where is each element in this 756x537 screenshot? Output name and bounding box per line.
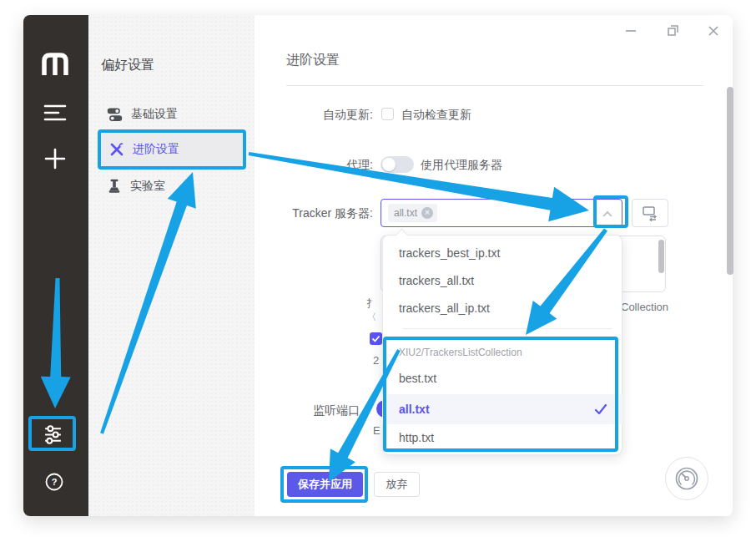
tracker-label: Tracker 服务器:	[223, 205, 373, 220]
add-task-icon[interactable]	[43, 147, 67, 170]
dropdown-group-label: XIU2/TrackersListCollection	[399, 347, 607, 358]
preferences-icon[interactable]	[43, 424, 63, 445]
tag-close-icon[interactable]	[421, 207, 433, 219]
sidebar-item-label: 进阶设置	[133, 142, 179, 157]
collection-link-fragment: Collection	[621, 301, 668, 313]
save-apply-button[interactable]: 保存并应用	[287, 472, 363, 497]
preferences-sidebar	[88, 15, 255, 516]
textarea-scrollbar[interactable]	[658, 240, 664, 273]
auto-update-checkbox[interactable]	[381, 108, 394, 120]
toggle-knob	[382, 158, 396, 171]
title-divider	[286, 85, 703, 86]
dropdown-item[interactable]: http.txt	[382, 424, 622, 452]
sidebar-item-label: 基础设置	[131, 107, 178, 122]
selected-tracker-tag: all.txt	[388, 204, 437, 222]
speedometer-icon	[673, 465, 700, 492]
auto-update-label: 自动更新:	[248, 107, 373, 122]
dropdown-item[interactable]: trackers_all.txt	[382, 267, 622, 295]
sync-icon	[642, 205, 658, 221]
obscured-text-fragment: 2	[373, 354, 379, 367]
proxy-toggle-label: 使用代理服务器	[421, 157, 502, 172]
proxy-label: 代理:	[248, 157, 373, 172]
obscured-checkbox-checked[interactable]	[370, 332, 382, 345]
obscured-text-fragment: 〈	[367, 311, 376, 323]
task-list-icon[interactable]	[43, 104, 67, 122]
dropdown-item-label: all.txt	[399, 403, 430, 416]
tracker-select[interactable]: all.txt	[381, 199, 622, 227]
obscured-text-fragment: 扌	[366, 296, 376, 311]
obscured-text-fragment: E	[373, 424, 381, 437]
dropdown-item[interactable]: trackers_best_ip.txt	[382, 240, 622, 267]
main-scrollbar[interactable]	[727, 87, 733, 275]
speed-limit-button[interactable]	[665, 457, 708, 500]
sync-tracker-button[interactable]	[632, 199, 668, 227]
prefs-title: 偏好设置	[101, 57, 154, 74]
motrix-logo	[39, 50, 71, 77]
listen-port-label: 监听端口	[301, 403, 360, 418]
sidebar-item-basic-settings[interactable]: 基础设置	[98, 98, 244, 131]
tag-label: all.txt	[394, 207, 417, 219]
dropdown-divider	[402, 328, 612, 329]
tools-icon	[109, 142, 124, 157]
minimize-icon[interactable]	[624, 25, 638, 37]
dropdown-item[interactable]: best.txt	[382, 365, 622, 393]
close-icon[interactable]	[707, 24, 720, 38]
help-icon[interactable]: ?	[44, 472, 64, 492]
flask-icon	[107, 179, 122, 194]
dropdown-item-selected[interactable]: all.txt	[382, 394, 622, 424]
screenshot-stage: ? 偏好设置 基础设置 进阶设置 实验室	[0, 0, 756, 537]
toggles-icon	[107, 107, 123, 123]
chevron-up-icon[interactable]	[602, 210, 613, 218]
dropdown-item[interactable]: trackers_all_ip.txt	[382, 295, 622, 322]
proxy-toggle[interactable]	[381, 156, 414, 173]
maximize-icon[interactable]	[667, 24, 679, 37]
auto-update-checkbox-label: 自动检查更新	[401, 107, 471, 122]
svg-text:?: ?	[52, 477, 58, 487]
page-title: 进阶设置	[286, 52, 340, 69]
discard-button[interactable]: 放弃	[374, 472, 420, 497]
check-icon	[594, 403, 607, 415]
sidebar-item-advanced-settings[interactable]: 进阶设置	[101, 133, 243, 166]
sidebar-item-lab[interactable]: 实验室	[98, 170, 244, 203]
sidebar-item-label: 实验室	[130, 179, 165, 194]
